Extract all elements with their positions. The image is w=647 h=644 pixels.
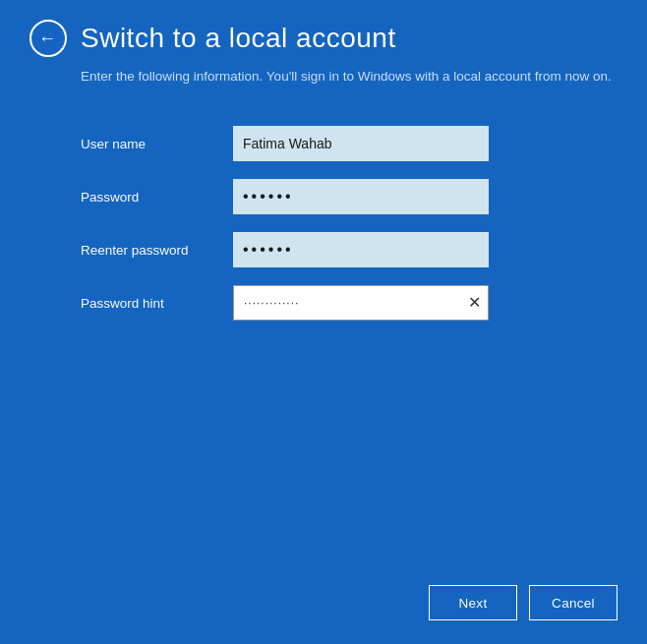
username-label: User name (81, 137, 233, 151)
back-button[interactable]: ← (29, 20, 67, 57)
password-hint-input[interactable] (233, 285, 489, 321)
password-hint-row: Password hint ✕ (81, 285, 618, 321)
password-hint-label: Password hint (81, 296, 233, 311)
page-container: ← Switch to a local account Enter the fo… (0, 0, 647, 644)
page-header: ← Switch to a local account (29, 20, 618, 57)
subtitle-text: Enter the following information. You'll … (81, 67, 618, 87)
password-input[interactable] (233, 179, 489, 214)
reenter-password-row: Reenter password (81, 232, 618, 267)
clear-hint-button[interactable]: ✕ (466, 295, 483, 311)
username-input[interactable] (233, 126, 489, 161)
reenter-password-label: Reenter password (81, 243, 233, 258)
username-row: User name (81, 126, 618, 161)
password-hint-wrapper: ✕ (233, 285, 489, 321)
next-button[interactable]: Next (429, 585, 517, 620)
page-title: Switch to a local account (81, 23, 396, 54)
reenter-password-input[interactable] (233, 232, 489, 267)
cancel-button[interactable]: Cancel (529, 585, 618, 620)
back-arrow-icon: ← (38, 29, 56, 47)
password-row: Password (81, 179, 618, 214)
footer-buttons: Next Cancel (429, 585, 618, 620)
password-label: Password (81, 190, 233, 205)
form-area: User name Password Reenter password Pass… (81, 126, 618, 338)
